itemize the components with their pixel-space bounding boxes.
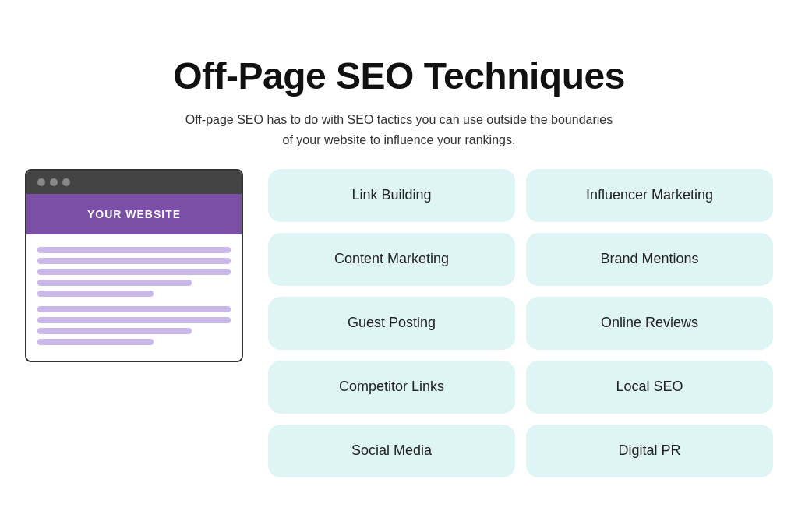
browser-line [37,258,231,264]
page-title: Off-Page SEO Techniques [173,55,625,97]
browser-titlebar [26,171,242,194]
technique-label: Social Media [351,442,432,459]
page-subtitle: Off-page SEO has to do with SEO tactics … [185,110,613,150]
technique-label: Influencer Marketing [586,187,713,203]
page-container: Off-Page SEO Techniques Off-page SEO has… [25,55,773,477]
browser-line [37,339,154,345]
technique-card-link-building: Link Building [268,169,515,222]
browser-line [37,280,192,286]
technique-card-digital-pr: Digital PR [526,425,773,477]
technique-card-guest-posting: Guest Posting [268,297,515,350]
browser-line [37,317,231,323]
technique-card-local-seo: Local SEO [526,361,773,414]
browser-line [37,247,231,253]
technique-card-content-marketing: Content Marketing [268,233,515,286]
techniques-grid: Link Building Influencer Marketing Conte… [268,169,773,477]
main-content: YOUR WEBSITE [25,169,773,477]
technique-card-online-reviews: Online Reviews [526,297,773,350]
browser-line [37,328,192,334]
technique-label: Local SEO [616,379,683,395]
browser-website-label: YOUR WEBSITE [87,208,181,220]
browser-line [37,269,231,275]
technique-label: Link Building [351,187,431,203]
technique-label: Online Reviews [601,315,698,331]
technique-label: Brand Mentions [600,251,698,267]
technique-card-competitor-links: Competitor Links [268,361,515,414]
technique-card-brand-mentions: Brand Mentions [526,233,773,286]
browser-dot-3 [62,178,70,186]
technique-card-influencer-marketing: Influencer Marketing [526,169,773,222]
technique-label: Guest Posting [348,315,436,331]
technique-label: Competitor Links [339,379,444,395]
browser-line [37,291,154,297]
browser-lines-group-1 [37,247,231,297]
browser-line [37,306,231,312]
browser-lines-group-2 [37,306,231,345]
browser-dot-2 [50,178,58,186]
browser-dot-1 [37,178,45,186]
browser-body [26,234,242,361]
subtitle-line1: Off-page SEO has to do with SEO tactics … [185,113,613,126]
technique-card-social-media: Social Media [268,425,515,477]
technique-label: Content Marketing [334,251,449,267]
browser-purple-header: YOUR WEBSITE [26,194,242,234]
subtitle-line2: of your website to influence your rankin… [283,133,516,146]
technique-label: Digital PR [618,442,680,459]
browser-mockup: YOUR WEBSITE [25,169,243,362]
